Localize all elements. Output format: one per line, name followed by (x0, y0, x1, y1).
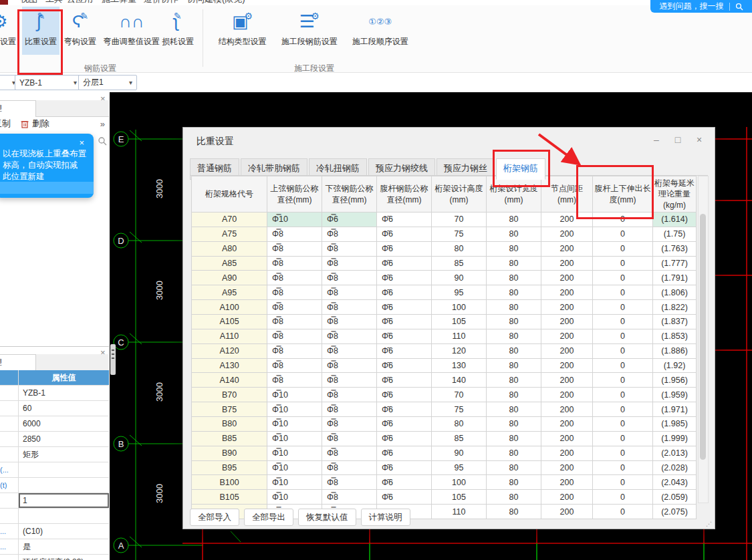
table-cell[interactable]: 80 (487, 285, 541, 300)
table-cell[interactable]: Φ̿8 (322, 490, 377, 505)
table-cell[interactable]: 80 (487, 388, 541, 402)
table-cell[interactable]: (1.999) (653, 432, 697, 446)
table-cell[interactable]: 100 (432, 300, 487, 315)
table-cell[interactable]: Φ̄6 (377, 271, 432, 285)
property-value[interactable]: YZB-1 (19, 386, 109, 400)
table-cell[interactable]: Φ̿8 (322, 475, 377, 490)
table-cell[interactable]: Φ̿8 (322, 344, 377, 359)
table-cell[interactable]: 0 (593, 505, 653, 519)
table-cell[interactable]: 90 (432, 271, 487, 285)
table-cell[interactable]: 200 (541, 344, 593, 359)
table-cell[interactable]: 200 (541, 432, 593, 446)
table-cell[interactable]: Φ̿10 (267, 388, 322, 402)
table-cell[interactable]: Φ̄6 (377, 373, 432, 388)
table-cell[interactable]: Φ̿8 (322, 359, 377, 374)
property-value[interactable]: 是 (19, 539, 109, 554)
table-cell[interactable]: 80 (487, 329, 541, 344)
close-icon[interactable]: × (79, 138, 84, 148)
table-cell[interactable]: Φ̄6 (377, 344, 432, 359)
property-value[interactable] (19, 509, 109, 523)
table-cell[interactable]: A70 (192, 213, 267, 227)
table-cell[interactable]: 75 (432, 227, 487, 242)
table-cell[interactable]: 80 (487, 344, 541, 359)
table-cell[interactable]: A120 (192, 344, 267, 359)
property-value-input[interactable]: 1 (19, 493, 109, 508)
table-cell[interactable]: 70 (432, 213, 487, 227)
ribbon-button-损耗设置[interactable]: ʅ✎损耗设置 (159, 7, 197, 55)
panel-splitter-handle[interactable] (110, 344, 116, 375)
table-cell[interactable]: A130 (192, 359, 267, 374)
table-cell[interactable]: (1.92) (653, 359, 697, 374)
table-cell[interactable]: 0 (593, 359, 653, 374)
table-cell[interactable]: A110 (192, 329, 267, 344)
table-cell[interactable]: B100 (192, 475, 267, 490)
table-cell[interactable]: A140 (192, 373, 267, 388)
menu-item-6[interactable]: 协同建模(限免) (187, 0, 245, 5)
scrollbar-thumb[interactable] (700, 214, 706, 460)
table-cell[interactable]: Φ̿8 (322, 461, 377, 476)
resize-grip-icon[interactable]: ⋰ (706, 521, 713, 527)
table-cell[interactable]: (2.059) (653, 490, 697, 505)
table-cell[interactable]: 200 (541, 315, 593, 329)
close-icon[interactable]: × (692, 134, 707, 146)
ribbon-button-结构类型设置[interactable]: ▣⚙结构类型设置 (213, 7, 272, 55)
property-value[interactable]: 矩形 (19, 447, 109, 462)
table-cell[interactable]: 200 (541, 271, 593, 285)
table-cell[interactable]: Φ̄6 (377, 402, 432, 417)
table-cell[interactable]: 0 (593, 490, 653, 505)
table-cell[interactable]: 80 (487, 490, 541, 505)
table-cell[interactable]: B70 (192, 388, 267, 402)
table-cell[interactable]: (1.822) (653, 300, 697, 315)
table-cell[interactable]: Φ̿8 (267, 359, 322, 374)
ribbon-button-施工段顺序设置[interactable]: ①②③施工段顺序设置 (346, 7, 414, 55)
table-cell[interactable]: (1.971) (653, 402, 697, 417)
table-cell[interactable]: Φ̄6 (377, 285, 432, 300)
ribbon-button-计算设置[interactable]: ⚙计算设置 (0, 7, 19, 55)
property-value[interactable] (19, 462, 109, 477)
table-cell[interactable]: 80 (487, 475, 541, 490)
table-cell[interactable]: 80 (487, 257, 541, 271)
table-cell[interactable]: Φ̿8 (267, 300, 322, 315)
table-cell[interactable]: 0 (593, 257, 653, 271)
dialog-button-全部导入[interactable]: 全部导入 (190, 509, 239, 526)
table-cell[interactable]: 140 (432, 373, 487, 388)
table-cell[interactable]: 85 (432, 257, 487, 271)
table-cell[interactable]: 0 (593, 315, 653, 329)
table-cell[interactable]: 75 (432, 402, 487, 417)
table-cell[interactable]: (1.763) (653, 242, 697, 257)
table-cell[interactable]: 200 (541, 285, 593, 300)
table-cell[interactable]: 200 (541, 388, 593, 402)
table-cell[interactable]: 80 (487, 242, 541, 257)
table-cell[interactable]: 0 (593, 432, 653, 446)
table-cell[interactable]: Φ̿10 (267, 417, 322, 432)
table-cell[interactable]: Φ̿8 (267, 242, 322, 257)
table-cell[interactable]: 200 (541, 417, 593, 432)
table-cell[interactable]: Φ̿10 (267, 446, 322, 461)
table-cell[interactable]: Φ̿8 (322, 257, 377, 271)
table-cell[interactable]: 0 (593, 402, 653, 417)
table-cell[interactable]: Φ̄6 (377, 475, 432, 490)
table-cell[interactable]: 0 (593, 213, 653, 227)
table-cell[interactable]: Φ̿8 (267, 344, 322, 359)
table-cell[interactable]: Φ̄6 (377, 227, 432, 242)
table-cell[interactable]: Φ̿10 (267, 213, 322, 227)
table-cell[interactable]: Φ̿8 (267, 373, 322, 388)
table-cell[interactable]: Φ̿8 (267, 315, 322, 329)
table-cell[interactable]: 200 (541, 300, 593, 315)
table-cell[interactable]: B75 (192, 402, 267, 417)
table-cell[interactable]: Φ̿10 (267, 402, 322, 417)
table-cell[interactable]: Φ̄6 (377, 329, 432, 344)
menu-item-5[interactable]: 造价协作 (144, 0, 178, 5)
menu-item-2[interactable]: 工具 (45, 0, 63, 5)
table-cell[interactable]: Φ̄6 (377, 242, 432, 257)
table-cell[interactable]: 200 (541, 461, 593, 476)
table-cell[interactable]: B90 (192, 446, 267, 461)
ribbon-button-施工段钢筋设置[interactable]: ☰⚙施工段钢筋设置 (275, 7, 344, 55)
element-name-combo[interactable]: YZB-1 ▾ (15, 75, 82, 90)
table-cell[interactable]: 120 (432, 344, 487, 359)
table-cell[interactable]: 200 (541, 402, 593, 417)
table-cell[interactable]: Φ̄6 (377, 315, 432, 329)
table-cell[interactable]: Φ̿8 (322, 388, 377, 402)
table-cell[interactable]: (2.028) (653, 461, 697, 476)
table-cell[interactable]: Φ̄6 (377, 432, 432, 446)
